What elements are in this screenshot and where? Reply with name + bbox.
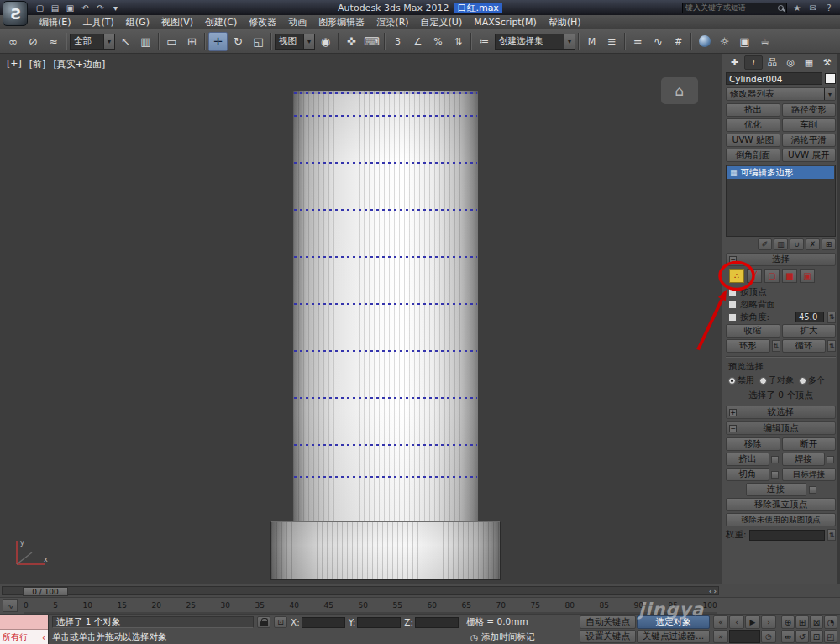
current-frame-field[interactable]: [729, 630, 760, 643]
snaps-toggle-button[interactable]: 3: [388, 32, 407, 51]
modifier-button-path-deform[interactable]: 路径变形: [782, 103, 837, 117]
remove-isolated-vertices-button[interactable]: 移除孤立顶点: [726, 498, 836, 511]
viewcube-home-icon[interactable]: ⌂: [661, 77, 698, 104]
tab-hierarchy[interactable]: 品: [764, 55, 781, 70]
break-button[interactable]: 断开: [782, 437, 837, 451]
preview-disable-radio[interactable]: [728, 377, 736, 385]
redo-button[interactable]: ↷: [94, 2, 107, 13]
reference-coordinate-dropdown[interactable]: 视图 ▾: [275, 34, 315, 50]
menu-item-graph-editors[interactable]: 图形编辑器: [312, 15, 370, 29]
bind-to-space-warp-button[interactable]: ≈: [44, 32, 63, 51]
menu-item-help[interactable]: 帮助(H): [543, 15, 587, 29]
go-to-end-button[interactable]: »: [713, 630, 728, 643]
spinner-snap-toggle-button[interactable]: ⇅: [449, 32, 468, 51]
layer-manager-button[interactable]: ≣: [628, 32, 648, 51]
ring-button[interactable]: 环形: [726, 339, 770, 353]
weld-button[interactable]: 焊接: [782, 453, 826, 466]
time-tag[interactable]: ◷ 添加时间标记: [470, 631, 534, 643]
remove-modifier-icon[interactable]: ✗: [806, 238, 820, 250]
modifier-stack[interactable]: ▦ 可编辑多边形: [726, 165, 836, 237]
edge-subobject-button[interactable]: ╱: [747, 269, 762, 283]
by-vertex-checkbox[interactable]: [728, 288, 737, 296]
shrink-button[interactable]: 收缩: [726, 324, 780, 338]
extrude-button[interactable]: 挤出: [726, 453, 769, 466]
rollout-soft-selection[interactable]: + 软选择: [726, 406, 836, 419]
zoom-extents-icon[interactable]: ⊠: [810, 615, 823, 629]
tab-utilities[interactable]: ⚒: [818, 55, 836, 70]
remove-unused-map-verts-button[interactable]: 移除未使用的贴图顶点: [726, 513, 836, 526]
ring-spinner[interactable]: ⇅: [772, 340, 780, 352]
pin-stack-icon[interactable]: ✐: [758, 238, 772, 250]
absolute-offset-toggle[interactable]: ⊡: [274, 616, 287, 628]
edit-named-selection-sets-button[interactable]: ≔: [475, 32, 494, 51]
tab-motion[interactable]: ◎: [782, 55, 800, 70]
configure-modifier-sets-icon[interactable]: ⊞: [822, 238, 836, 250]
go-to-start-button[interactable]: «: [713, 615, 728, 629]
weight-spinner[interactable]: ⇅: [827, 529, 836, 541]
select-and-scale-button[interactable]: ◱: [249, 32, 268, 51]
play-button[interactable]: ▶: [745, 615, 760, 629]
tab-modify[interactable]: ≀: [744, 55, 764, 70]
extrude-settings-button[interactable]: [771, 456, 779, 463]
named-selection-sets-dropdown[interactable]: 创建选择集 ▾: [495, 34, 575, 50]
open-mini-curve-editor-icon[interactable]: ∿: [3, 599, 18, 612]
tab-display[interactable]: ▦: [801, 55, 818, 70]
selection-lock-toggle[interactable]: [257, 616, 270, 628]
select-object-button[interactable]: ↖: [116, 32, 135, 51]
rollout-edit-vertices[interactable]: − 编辑顶点: [726, 421, 836, 435]
previous-frame-button[interactable]: ‹: [729, 615, 744, 629]
rendered-frame-window-button[interactable]: ▣: [735, 32, 754, 51]
maxscript-mini-listener[interactable]: 所有行 ‹: [0, 615, 49, 644]
new-scene-button[interactable]: ▢: [34, 2, 46, 13]
tab-create[interactable]: ✚: [726, 55, 743, 70]
weight-field[interactable]: [749, 530, 825, 541]
modifier-button-lathe[interactable]: 车削: [782, 118, 837, 132]
object-color-swatch[interactable]: [825, 73, 836, 84]
orbit-icon[interactable]: ↺: [795, 630, 809, 643]
undo-button[interactable]: ↶: [79, 2, 92, 13]
menu-item-customize[interactable]: 自定义(U): [415, 15, 469, 29]
modifier-button-optimize[interactable]: 优化: [726, 118, 780, 132]
select-and-rotate-button[interactable]: ↻: [228, 32, 248, 51]
modifier-button-unwrap-uvw[interactable]: UVW 展开: [782, 149, 837, 162]
viewport-menu-pov[interactable]: [前]: [29, 58, 46, 71]
field-of-view-icon[interactable]: ◔: [824, 615, 837, 629]
select-by-name-button[interactable]: ▥: [136, 32, 155, 51]
prev-frame-arrow[interactable]: ‹: [709, 587, 712, 595]
favorites-icon[interactable]: ★: [791, 2, 803, 13]
zoom-icon[interactable]: ⊕: [781, 615, 795, 629]
macro-recorder-pane[interactable]: [0, 615, 48, 630]
help-icon[interactable]: ?: [823, 2, 835, 13]
connect-button[interactable]: 连接: [746, 483, 806, 496]
chamfer-settings-button[interactable]: [771, 471, 779, 479]
loop-button[interactable]: 循环: [782, 339, 827, 353]
menu-item-group[interactable]: 组(G): [120, 15, 155, 29]
use-pivot-point-center-button[interactable]: ◉: [316, 32, 335, 51]
track-bar[interactable]: ∿ 0 5 10 15 20 25 30 35 40 45 50 55 60 6…: [0, 597, 840, 614]
preview-subobject-radio[interactable]: [759, 377, 767, 385]
preview-multiple-radio[interactable]: [799, 377, 806, 385]
angle-snap-toggle-button[interactable]: ∠: [408, 32, 428, 51]
show-end-result-icon[interactable]: ▥: [774, 238, 788, 250]
modifier-button-turbosmooth[interactable]: 涡轮平滑: [782, 134, 837, 147]
search-icon[interactable]: [778, 5, 784, 11]
y-coordinate-field[interactable]: [357, 617, 401, 628]
polygon-subobject-button[interactable]: ■: [782, 269, 797, 283]
communication-center-icon[interactable]: ✉: [807, 2, 819, 13]
save-file-button[interactable]: ▣: [64, 2, 76, 13]
menu-item-tools[interactable]: 工具(T): [77, 15, 120, 29]
zoom-region-icon[interactable]: ⊡: [810, 630, 823, 643]
angle-value-field[interactable]: 45.0: [795, 312, 824, 322]
by-angle-checkbox[interactable]: [728, 313, 737, 322]
menu-item-create[interactable]: 创建(C): [199, 15, 243, 29]
align-button[interactable]: ≡: [602, 32, 622, 51]
viewport-menu-shading[interactable]: [真实+边面]: [53, 58, 105, 71]
modifier-button-extrude[interactable]: 挤出: [726, 103, 780, 117]
time-slider-track[interactable]: 0 / 100 ‹ ›: [2, 586, 719, 595]
cylinder-base[interactable]: [270, 521, 501, 580]
open-file-button[interactable]: ▤: [49, 2, 61, 13]
rectangular-selection-region-button[interactable]: ▭: [162, 32, 181, 51]
vertex-subobject-button[interactable]: ∴: [729, 269, 744, 283]
chamfer-button[interactable]: 切角: [726, 468, 769, 481]
auto-key-button[interactable]: 自动关键点: [580, 615, 636, 629]
